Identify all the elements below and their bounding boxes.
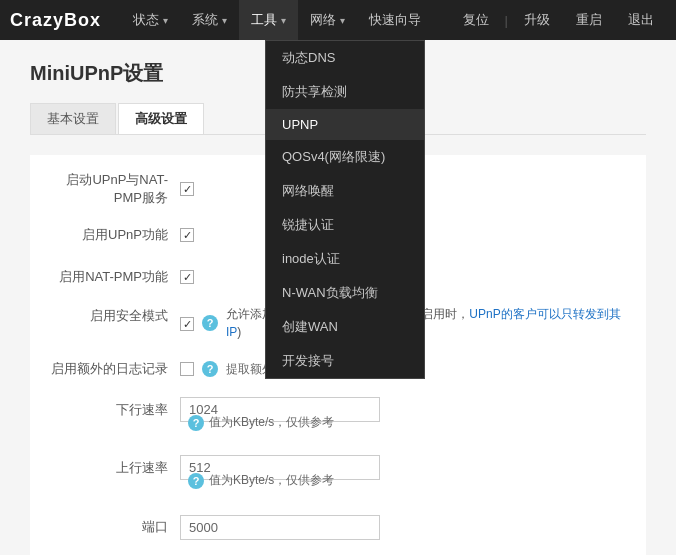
label-port: 端口 [50,518,180,536]
nav-status[interactable]: 状态 ▾ [121,0,180,40]
nav-reboot[interactable]: 重启 [564,11,614,29]
nav-network-arrow: ▾ [340,15,345,26]
upload-hint-block: ? 值为KByte/s，仅供参考 [188,472,334,489]
dropdown-nwan[interactable]: N-WAN负载均衡 [266,276,424,310]
label-security: 启用安全模式 [50,305,180,325]
info-icon-upload[interactable]: ? [188,473,204,489]
label-upload: 上行速率 [50,459,180,477]
nav-reset-label: 复位 [463,11,489,29]
download-hint: 值为KByte/s，仅供参考 [209,414,334,431]
nav-status-label: 状态 [133,11,159,29]
tools-dropdown: 动态DNS 防共享检测 UPNP QOSv4(网络限速) 网络唤醒 锐捷认证 i… [265,40,425,379]
checkbox-enable-upnp[interactable] [180,228,194,242]
dropdown-ruijie[interactable]: 锐捷认证 [266,208,424,242]
dropdown-ddns[interactable]: 动态DNS [266,41,424,75]
checkbox-enable-nat-pmp[interactable] [180,270,194,284]
upload-hint: 值为KByte/s，仅供参考 [209,472,334,489]
nav-tools-arrow: ▾ [281,15,286,26]
brand-logo: CrazyBox [10,10,101,31]
download-hint-block: ? 值为KByte/s，仅供参考 [188,414,334,431]
nav-upgrade-label: 升级 [524,11,550,29]
nav-right-actions: 复位 | 升级 重启 退出 [451,11,666,29]
info-icon-security[interactable]: ? [202,315,218,331]
checkbox-security[interactable] [180,317,194,331]
dropdown-wol[interactable]: 网络唤醒 [266,174,424,208]
nav-divider-1: | [503,13,510,28]
info-icon-log[interactable]: ? [202,361,218,377]
checkbox-log[interactable] [180,362,194,376]
nav-upgrade[interactable]: 升级 [512,11,562,29]
navbar: CrazyBox 状态 ▾ 系统 ▾ 工具 ▾ 网络 ▾ 快速向导 复位 | 升… [0,0,676,40]
dropdown-inode[interactable]: inode认证 [266,242,424,276]
label-enable-nat-pmp: 启用NAT-PMP功能 [50,268,180,286]
label-enable-upnp-nat: 启动UPnP与NAT-PMP服务 [50,171,180,207]
label-log: 启用额外的日志记录 [50,360,180,378]
dropdown-create-wan[interactable]: 创建WAN [266,310,424,344]
nav-system[interactable]: 系统 ▾ [180,0,239,40]
nav-system-label: 系统 [192,11,218,29]
control-port [180,515,626,540]
form-row-port: 端口 [50,513,626,541]
dropdown-dev-dial[interactable]: 开发接号 [266,344,424,378]
label-download: 下行速率 [50,401,180,419]
input-port[interactable] [180,515,380,540]
nav-network[interactable]: 网络 ▾ [298,0,357,40]
form-row-download: 下行速率 ? 值为KByte/s，仅供参考 [50,397,626,441]
dropdown-qos[interactable]: QOSv4(网络限速) [266,140,424,174]
nav-system-arrow: ▾ [222,15,227,26]
nav-status-arrow: ▾ [163,15,168,26]
label-enable-upnp: 启用UPnP功能 [50,226,180,244]
nav-reset[interactable]: 复位 [451,11,501,29]
nav-menu: 状态 ▾ 系统 ▾ 工具 ▾ 网络 ▾ 快速向导 [121,0,451,40]
tab-advanced[interactable]: 高级设置 [118,103,204,134]
nav-reboot-label: 重启 [576,11,602,29]
nav-wizard-label: 快速向导 [369,11,421,29]
info-icon-download[interactable]: ? [188,415,204,431]
nav-network-label: 网络 [310,11,336,29]
tab-basic[interactable]: 基本设置 [30,103,116,134]
nav-wizard[interactable]: 快速向导 [357,0,433,40]
dropdown-upnp[interactable]: UPNP [266,109,424,140]
dropdown-share-detect[interactable]: 防共享检测 [266,75,424,109]
nav-logout-label: 退出 [628,11,654,29]
nav-tools[interactable]: 工具 ▾ [239,0,298,40]
nav-tools-label: 工具 [251,11,277,29]
form-row-upload: 上行速率 ? 值为KByte/s，仅供参考 [50,455,626,499]
checkbox-enable-upnp-nat[interactable] [180,182,194,196]
nav-logout[interactable]: 退出 [616,11,666,29]
